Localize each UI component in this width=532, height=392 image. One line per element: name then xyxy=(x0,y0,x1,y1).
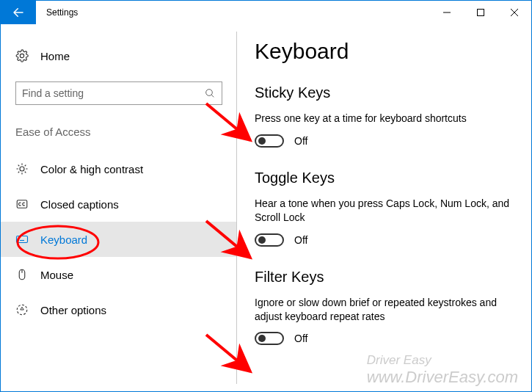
window-title: Settings xyxy=(36,1,78,24)
sidebar-item-label: Closed captions xyxy=(40,198,119,211)
window-controls xyxy=(430,1,531,24)
filter-keys-toggle[interactable]: Off xyxy=(255,332,514,345)
search-icon xyxy=(204,87,216,99)
arrow-left-icon xyxy=(12,6,25,19)
close-icon xyxy=(511,9,518,16)
toggle-state-label: Off xyxy=(294,333,307,344)
toggle-switch-icon xyxy=(255,233,284,247)
captions-icon xyxy=(15,197,29,211)
section-title: Sticky Keys xyxy=(255,84,514,101)
toggle-switch-icon xyxy=(255,332,284,345)
main-panel: Keyboard Sticky Keys Press one key at a … xyxy=(237,24,531,391)
section-toggle-keys: Toggle Keys Hear a tone when you press C… xyxy=(255,170,514,247)
close-button[interactable] xyxy=(498,1,531,24)
section-description: Hear a tone when you press Caps Lock, Nu… xyxy=(255,197,514,225)
svg-point-2 xyxy=(20,167,24,171)
sidebar-item-label: Keyboard xyxy=(40,233,87,246)
vertical-divider xyxy=(236,32,237,384)
maximize-button[interactable] xyxy=(464,1,498,24)
other-icon xyxy=(15,303,29,316)
search-box[interactable] xyxy=(15,81,222,105)
sidebar-item-label: Mouse xyxy=(40,269,73,281)
minimize-icon xyxy=(443,9,451,16)
page-title: Keyboard xyxy=(255,39,514,64)
mouse-icon xyxy=(15,268,29,281)
sidebar-item-keyboard[interactable]: Keyboard xyxy=(1,222,237,257)
toggle-state-label: Off xyxy=(294,234,307,246)
sidebar-group-header: Ease of Access xyxy=(1,126,237,138)
home-label: Home xyxy=(40,50,70,62)
svg-rect-4 xyxy=(17,236,28,243)
back-button[interactable] xyxy=(1,1,36,24)
toggle-keys-toggle[interactable]: Off xyxy=(255,233,514,247)
titlebar: Settings xyxy=(1,1,531,24)
gear-icon xyxy=(15,49,29,62)
home-nav[interactable]: Home xyxy=(1,43,237,68)
section-sticky-keys: Sticky Keys Press one key at a time for … xyxy=(255,84,514,148)
sidebar: Home Ease of Access Color & high contras… xyxy=(1,24,237,391)
brightness-icon xyxy=(15,162,29,175)
search-input[interactable] xyxy=(22,87,204,99)
section-description: Press one key at a time for keyboard sho… xyxy=(255,112,514,126)
section-title: Filter Keys xyxy=(255,269,514,286)
section-filter-keys: Filter Keys Ignore or slow down brief or… xyxy=(255,269,514,346)
maximize-icon xyxy=(477,9,484,16)
sidebar-item-closed-captions[interactable]: Closed captions xyxy=(1,186,237,222)
minimize-button[interactable] xyxy=(430,1,464,24)
svg-rect-0 xyxy=(478,10,484,16)
toggle-state-label: Off xyxy=(294,135,307,147)
sidebar-item-other-options[interactable]: Other options xyxy=(1,292,237,327)
section-title: Toggle Keys xyxy=(255,170,514,186)
sidebar-item-mouse[interactable]: Mouse xyxy=(1,257,237,292)
sidebar-item-color-contrast[interactable]: Color & high contrast xyxy=(1,151,237,186)
svg-point-1 xyxy=(206,90,213,96)
toggle-switch-icon xyxy=(255,134,284,148)
sidebar-item-label: Color & high contrast xyxy=(40,163,143,175)
sticky-keys-toggle[interactable]: Off xyxy=(255,134,514,148)
keyboard-icon xyxy=(15,233,29,246)
sidebar-item-label: Other options xyxy=(40,304,106,316)
section-description: Ignore or slow down brief or repeated ke… xyxy=(255,296,514,324)
